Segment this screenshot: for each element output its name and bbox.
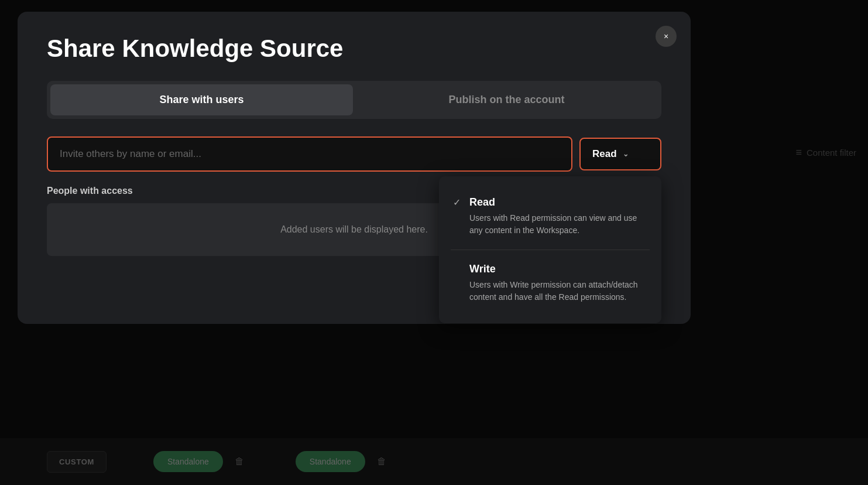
invite-input[interactable] bbox=[47, 136, 572, 172]
tab-publish-account[interactable]: Publish on the account bbox=[355, 84, 658, 115]
permission-dropdown-button[interactable]: Read ⌄ bbox=[579, 138, 661, 170]
dropdown-item-write-desc: Users with Write permission can attach/d… bbox=[453, 279, 647, 303]
check-icon-read: ✓ bbox=[453, 197, 464, 208]
dropdown-item-read-desc: Users with Read permission can view and … bbox=[453, 212, 647, 237]
dropdown-item-read-header: ✓ Read bbox=[453, 196, 647, 209]
tabs-container: Share with users Publish on the account bbox=[47, 81, 661, 119]
tab-share-users[interactable]: Share with users bbox=[50, 84, 353, 115]
modal-title: Share Knowledge Source bbox=[47, 35, 661, 62]
invite-row: Read ⌄ ✓ Read Users with Read permission… bbox=[47, 136, 661, 172]
dropdown-item-write-name: Write bbox=[469, 263, 496, 275]
permission-dropdown-menu: ✓ Read Users with Read permission can vi… bbox=[439, 176, 661, 323]
modal-dialog: × Share Knowledge Source Share with user… bbox=[18, 12, 691, 324]
permission-label: Read bbox=[592, 148, 617, 160]
dropdown-item-write-header: ✓ Write bbox=[453, 263, 647, 275]
chevron-down-icon: ⌄ bbox=[623, 150, 629, 158]
close-button[interactable]: × bbox=[656, 26, 677, 47]
modal-overlay: × Share Knowledge Source Share with user… bbox=[0, 0, 868, 485]
dropdown-item-write[interactable]: ✓ Write Users with Write permission can … bbox=[451, 255, 650, 312]
empty-users-message: Added users will be displayed here. bbox=[280, 224, 428, 235]
dropdown-item-read[interactable]: ✓ Read Users with Read permission can vi… bbox=[451, 188, 650, 245]
dropdown-item-read-name: Read bbox=[469, 196, 495, 209]
dropdown-divider bbox=[451, 250, 650, 250]
